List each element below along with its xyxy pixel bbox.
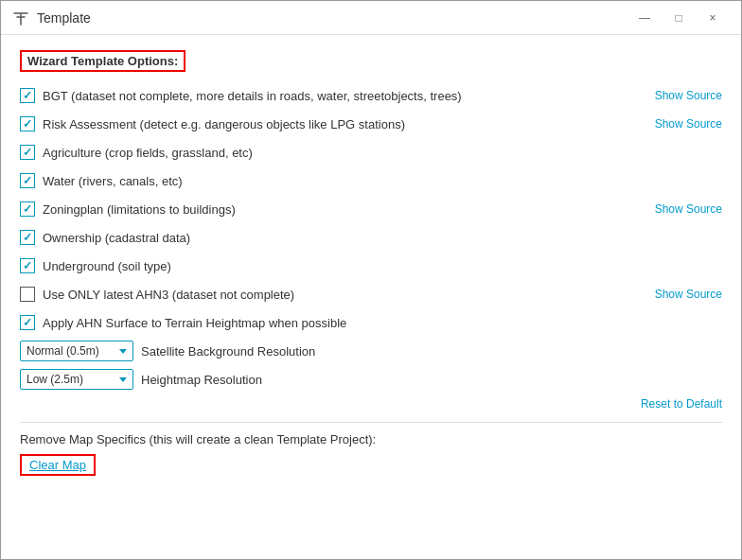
options-list: BGT (dataset not complete, more details … bbox=[20, 85, 722, 333]
dropdown-row-heightmap_res: Low (2.5m)Heightmap Resolution bbox=[20, 369, 722, 390]
main-window: Template — □ × Wizard Template Options: … bbox=[0, 0, 742, 560]
reset-to-default-link[interactable]: Reset to Default bbox=[641, 397, 722, 411]
checkbox-apply_ahn_surface[interactable] bbox=[20, 315, 35, 330]
checkbox-underground[interactable] bbox=[20, 258, 35, 273]
option-left-water: Water (rivers, canals, etc) bbox=[20, 173, 722, 188]
minimize-button[interactable]: — bbox=[627, 5, 662, 31]
reset-row: Reset to Default bbox=[20, 397, 722, 411]
option-label-risk_assessment: Risk Assessment (detect e.g. dangerous o… bbox=[43, 117, 405, 131]
option-label-underground: Underground (soil type) bbox=[43, 259, 171, 273]
option-label-apply_ahn_surface: Apply AHN Surface to Terrain Heightmap w… bbox=[43, 316, 346, 330]
dropdown-arrow-heightmap_res bbox=[119, 377, 127, 382]
option-row-underground: Underground (soil type) bbox=[20, 255, 722, 276]
option-left-ownership: Ownership (cadastral data) bbox=[20, 230, 722, 245]
checkbox-ownership[interactable] bbox=[20, 230, 35, 245]
window-title: Template bbox=[37, 10, 91, 26]
content-area: Wizard Template Options: BGT (dataset no… bbox=[1, 35, 741, 559]
dropdowns-container: Normal (0.5m)Satellite Background Resolu… bbox=[20, 341, 722, 390]
maximize-button[interactable]: □ bbox=[662, 5, 696, 31]
dropdown-arrow-satellite_bg_res bbox=[119, 349, 127, 354]
checkbox-agriculture[interactable] bbox=[20, 145, 35, 160]
checkbox-zoningplan[interactable] bbox=[20, 201, 35, 217]
dropdown-value-heightmap_res: Low (2.5m) bbox=[26, 373, 83, 386]
divider bbox=[20, 422, 722, 423]
option-left-zoningplan: Zoningplan (limitations to buildings) bbox=[20, 201, 655, 217]
option-left-risk_assessment: Risk Assessment (detect e.g. dangerous o… bbox=[20, 116, 655, 131]
option-left-apply_ahn_surface: Apply AHN Surface to Terrain Heightmap w… bbox=[20, 315, 722, 330]
option-row-use_only_ahn3: Use ONLY latest AHN3 (dataset not comple… bbox=[20, 284, 722, 305]
option-row-agriculture: Agriculture (crop fields, grassland, etc… bbox=[20, 142, 722, 163]
show-source-link-bgt[interactable]: Show Source bbox=[655, 89, 722, 102]
option-label-water: Water (rivers, canals, etc) bbox=[43, 174, 183, 188]
option-label-ownership: Ownership (cadastral data) bbox=[43, 231, 190, 245]
option-label-use_only_ahn3: Use ONLY latest AHN3 (dataset not comple… bbox=[43, 288, 294, 302]
dropdown-heightmap_res[interactable]: Low (2.5m) bbox=[20, 369, 133, 390]
dropdown-value-satellite_bg_res: Normal (0.5m) bbox=[26, 344, 99, 358]
option-left-underground: Underground (soil type) bbox=[20, 258, 722, 273]
show-source-link-zoningplan[interactable]: Show Source bbox=[655, 202, 722, 216]
dropdown-label-heightmap_res: Heightmap Resolution bbox=[141, 373, 262, 387]
option-row-zoningplan: Zoningplan (limitations to buildings)Sho… bbox=[20, 199, 722, 219]
option-row-risk_assessment: Risk Assessment (detect e.g. dangerous o… bbox=[20, 114, 722, 134]
option-label-agriculture: Agriculture (crop fields, grassland, etc… bbox=[43, 146, 253, 160]
remove-map-label: Remove Map Specifics (this will create a… bbox=[20, 432, 722, 446]
option-left-bgt: BGT (dataset not complete, more details … bbox=[20, 88, 655, 103]
option-label-zoningplan: Zoningplan (limitations to buildings) bbox=[43, 202, 236, 217]
section-header: Wizard Template Options: bbox=[20, 50, 186, 72]
option-row-apply_ahn_surface: Apply AHN Surface to Terrain Heightmap w… bbox=[20, 312, 722, 333]
clear-map-button[interactable]: Clear Map bbox=[20, 454, 96, 476]
option-row-ownership: Ownership (cadastral data) bbox=[20, 227, 722, 248]
checkbox-water[interactable] bbox=[20, 173, 35, 188]
checkbox-risk_assessment[interactable] bbox=[20, 116, 35, 131]
title-bar: Template — □ × bbox=[1, 1, 741, 35]
option-row-water: Water (rivers, canals, etc) bbox=[20, 170, 722, 191]
checkbox-use_only_ahn3[interactable] bbox=[20, 287, 35, 302]
close-button[interactable]: × bbox=[696, 5, 730, 31]
option-left-agriculture: Agriculture (crop fields, grassland, etc… bbox=[20, 145, 722, 160]
option-left-use_only_ahn3: Use ONLY latest AHN3 (dataset not comple… bbox=[20, 287, 655, 302]
dropdown-row-satellite_bg_res: Normal (0.5m)Satellite Background Resolu… bbox=[20, 341, 722, 361]
app-icon bbox=[12, 9, 29, 26]
window-controls: — □ × bbox=[627, 5, 730, 31]
dropdown-satellite_bg_res[interactable]: Normal (0.5m) bbox=[20, 341, 133, 361]
option-label-bgt: BGT (dataset not complete, more details … bbox=[43, 89, 462, 103]
show-source-link-use_only_ahn3[interactable]: Show Source bbox=[655, 288, 722, 301]
dropdown-label-satellite_bg_res: Satellite Background Resolution bbox=[141, 344, 315, 359]
checkbox-bgt[interactable] bbox=[20, 88, 35, 103]
show-source-link-risk_assessment[interactable]: Show Source bbox=[655, 117, 722, 131]
option-row-bgt: BGT (dataset not complete, more details … bbox=[20, 85, 722, 106]
title-bar-left: Template bbox=[12, 9, 91, 26]
